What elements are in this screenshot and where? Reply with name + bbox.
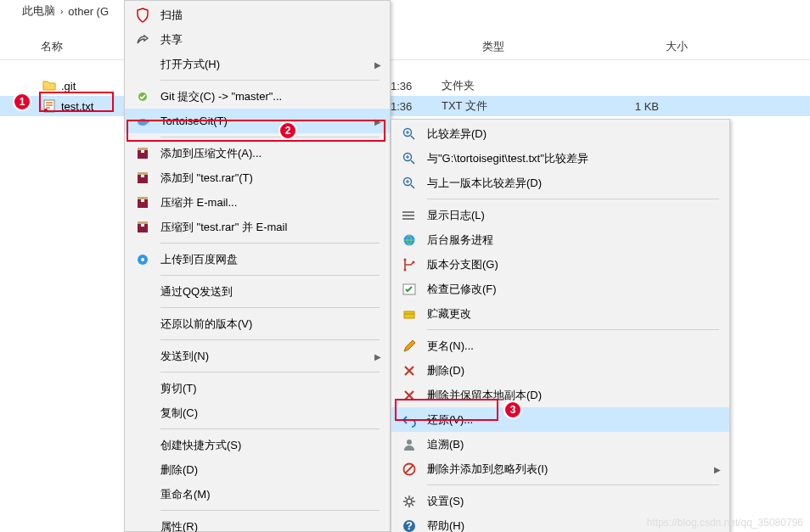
x-icon <box>400 361 419 380</box>
chevron-right-icon: ▶ <box>714 464 721 473</box>
ctx-main-item[interactable]: 发送到(N)▶ <box>125 344 390 368</box>
menu-item-label: 追溯(B) <box>427 437 704 452</box>
annotation-box-2 <box>127 120 385 142</box>
menu-item-label: 压缩并 E-mail... <box>160 195 364 210</box>
col-type[interactable]: 类型 <box>470 34 598 59</box>
blank-icon <box>133 283 152 301</box>
ctx-main-item[interactable]: 上传到百度网盘 <box>125 247 390 272</box>
ctx-main-item[interactable]: Git 提交(C) -> "master"... <box>125 84 390 109</box>
blank-icon <box>133 347 152 366</box>
annotation-box-1 <box>39 92 114 112</box>
svg-point-26 <box>404 258 407 260</box>
ctx-main-item[interactable]: 剪切(T) <box>125 376 390 400</box>
ctx-main-item[interactable]: 还原以前的版本(V) <box>125 311 390 336</box>
menu-item-label: 扫描 <box>160 8 364 23</box>
menu-item-label: 删除(D) <box>427 363 704 378</box>
menu-item-label: 添加到压缩文件(A)... <box>160 146 364 161</box>
rar-icon <box>133 218 152 237</box>
ctx-main-item[interactable]: 添加到压缩文件(A)... <box>125 141 390 165</box>
blank-icon <box>133 436 152 455</box>
blank-icon <box>133 485 152 504</box>
ctx-tortoise-item[interactable]: 后台服务进程 <box>391 227 729 252</box>
ctx-tortoise-item[interactable]: 检查已修改(F) <box>391 277 729 301</box>
ctx-main-item[interactable]: 压缩并 E-mail... <box>125 190 390 215</box>
svg-point-18 <box>141 258 144 261</box>
ctx-tortoise-item[interactable]: 显示日志(L) <box>391 203 729 227</box>
svg-rect-13 <box>141 199 144 202</box>
ctx-tortoise-item[interactable]: 删除(D) <box>391 358 729 383</box>
chevron-right-icon: ▶ <box>374 351 381 361</box>
rar-icon <box>133 193 152 212</box>
menu-item-label: 重命名(M) <box>160 487 364 502</box>
svg-point-23 <box>402 215 404 216</box>
menu-item-label: 显示日志(L) <box>427 208 704 223</box>
ctx-main-item[interactable]: 属性(R) <box>125 514 390 532</box>
crumb-drive[interactable]: other (G <box>68 5 109 18</box>
ignore-icon <box>400 460 419 479</box>
svg-rect-15 <box>138 221 148 224</box>
folder-icon <box>42 79 56 92</box>
ctx-tortoise-item[interactable]: 设置(S) <box>391 489 729 513</box>
menu-item-label: 与"G:\tortoisegit\test.txt"比较差异 <box>427 151 704 166</box>
menu-separator <box>427 484 719 485</box>
menu-item-label: 删除并添加到忽略列表(I) <box>427 462 704 477</box>
ctx-tortoise-item[interactable]: 更名(N)... <box>391 333 729 358</box>
ctx-main-item[interactable]: 压缩到 "test.rar" 并 E-mail <box>125 215 390 239</box>
crumb-root[interactable]: 此电脑 <box>22 3 55 19</box>
rar-icon <box>133 169 152 188</box>
help-icon: ? <box>400 517 419 533</box>
menu-item-label: 检查已修改(F) <box>427 282 704 297</box>
file-row[interactable]: .git 1:36 文件夹 <box>0 76 810 96</box>
check-icon <box>400 280 419 299</box>
ctx-main-item[interactable]: 扫描 <box>125 3 390 27</box>
ctx-tortoise-item[interactable]: 追溯(B) <box>391 432 729 456</box>
gear-icon <box>400 492 419 511</box>
ctx-main-item[interactable]: 添加到 "test.rar"(T) <box>125 165 390 190</box>
menu-item-label: 剪切(T) <box>160 381 364 396</box>
menu-item-label: 属性(R) <box>160 519 364 533</box>
menu-separator <box>160 275 380 276</box>
mag-plus-icon <box>400 174 419 193</box>
svg-point-24 <box>402 218 404 220</box>
ctx-tortoise-item[interactable]: ?帮助(H) <box>391 513 729 532</box>
ctx-main-item[interactable]: 共享 <box>125 27 390 52</box>
ctx-main-item[interactable]: 通过QQ发送到 <box>125 279 390 304</box>
col-size[interactable]: 大小 <box>598 34 700 59</box>
commit-icon <box>133 87 152 106</box>
ctx-tortoise-item[interactable]: 删除并添加到忽略列表(I)▶ <box>391 456 729 481</box>
menu-item-label: 比较差异(D) <box>427 126 704 142</box>
file-list: 名称 类型 大小 .git 1:36 文件夹 test.txt 1:36 TXT… <box>0 34 810 116</box>
rar-icon <box>133 144 152 163</box>
menu-separator <box>160 372 380 372</box>
blank-icon <box>133 55 152 74</box>
globe-icon <box>400 231 419 249</box>
shield-icon <box>133 6 152 25</box>
chevron-right-icon: ▶ <box>374 59 381 69</box>
ctx-tortoise-item[interactable]: 版本分支图(G) <box>391 252 729 277</box>
ctx-tortoise-item[interactable]: 与"G:\tortoisegit\test.txt"比较差异 <box>391 146 729 171</box>
ctx-tortoise-item[interactable]: 比较差异(D) <box>391 121 729 146</box>
column-headers: 名称 类型 大小 <box>0 34 810 60</box>
ctx-main-item[interactable]: 删除(D) <box>125 457 390 482</box>
menu-item-label: 设置(S) <box>427 494 704 509</box>
svg-point-33 <box>407 499 412 504</box>
ctx-main-item[interactable]: 重命名(M) <box>125 482 390 507</box>
blank-icon <box>133 518 152 533</box>
menu-item-label: Git 提交(C) -> "master"... <box>160 89 364 104</box>
ctx-main-item[interactable]: 打开方式(H)▶ <box>125 52 390 76</box>
menu-item-label: 创建快捷方式(S) <box>160 438 364 453</box>
annotation-badge-3: 3 <box>503 400 522 419</box>
annotation-box-3 <box>395 399 498 421</box>
ctx-tortoise-item[interactable]: 贮藏更改 <box>391 301 729 326</box>
breadcrumb: 此电脑 › other (G <box>0 0 810 19</box>
ctx-main-item[interactable]: 复制(C) <box>125 400 390 425</box>
menu-separator <box>160 243 380 244</box>
context-menu-main: 扫描共享打开方式(H)▶Git 提交(C) -> "master"...Tort… <box>124 0 391 532</box>
ctx-tortoise-item[interactable]: 与上一版本比较差异(D) <box>391 171 729 195</box>
file-row[interactable]: test.txt 1:36 TXT 文件 1 KB <box>0 96 810 116</box>
menu-item-label: 发送到(N) <box>160 349 364 364</box>
svg-rect-6 <box>138 148 148 150</box>
ctx-main-item[interactable]: 创建快捷方式(S) <box>125 433 390 457</box>
menu-separator <box>427 199 719 199</box>
svg-point-31 <box>407 440 412 445</box>
